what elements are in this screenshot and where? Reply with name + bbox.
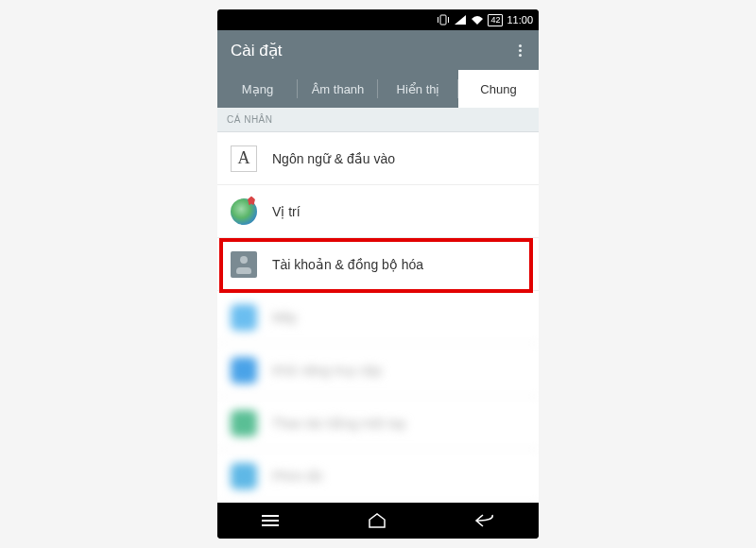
location-icon bbox=[231, 198, 257, 225]
battery-icon: 42 bbox=[488, 14, 503, 26]
row-label: Khả năng truy cập bbox=[272, 363, 382, 378]
tab-general[interactable]: Chung bbox=[458, 70, 539, 108]
row-label: Tài khoản & đồng bộ hóa bbox=[272, 257, 423, 272]
status-bar: 42 11:00 bbox=[217, 9, 539, 30]
row-location[interactable]: Vị trí bbox=[217, 185, 539, 238]
row-blurred: Khả năng truy cập bbox=[217, 344, 539, 397]
settings-list: A Ngôn ngữ & đầu vào Vị trí Tài khoản & … bbox=[217, 132, 539, 503]
overflow-menu-icon[interactable] bbox=[515, 41, 525, 60]
signal-icon bbox=[454, 14, 467, 26]
vibrate-icon bbox=[437, 14, 450, 26]
phone-frame: 42 11:00 Cài đặt Mạng Âm thanh Hiển thị … bbox=[217, 9, 539, 539]
row-blurred: Mây bbox=[217, 291, 539, 344]
row-language-input[interactable]: A Ngôn ngữ & đầu vào bbox=[217, 132, 539, 185]
clock: 11:00 bbox=[507, 14, 533, 26]
blurred-icon bbox=[231, 304, 257, 331]
tab-bar: Mạng Âm thanh Hiển thị Chung bbox=[217, 70, 539, 108]
wifi-icon bbox=[471, 14, 484, 26]
language-icon: A bbox=[231, 146, 257, 172]
app-title: Cài đặt bbox=[231, 41, 282, 60]
tab-network[interactable]: Mạng bbox=[217, 70, 298, 108]
blurred-icon bbox=[231, 463, 257, 489]
row-label: Vị trí bbox=[272, 204, 301, 219]
row-blurred: Phím tắt bbox=[217, 450, 539, 503]
battery-pct: 42 bbox=[490, 15, 500, 26]
tab-sound[interactable]: Âm thanh bbox=[298, 70, 378, 108]
android-nav-bar bbox=[217, 503, 539, 539]
nav-back-icon[interactable] bbox=[473, 513, 496, 528]
blurred-icon bbox=[231, 410, 257, 437]
row-label: Thao tác bằng một tay bbox=[272, 416, 406, 431]
row-label: Mây bbox=[272, 310, 297, 325]
row-label: Phím tắt bbox=[272, 469, 322, 484]
row-label: Ngôn ngữ & đầu vào bbox=[272, 151, 395, 166]
nav-home-icon[interactable] bbox=[367, 512, 387, 529]
app-bar: Cài đặt bbox=[217, 30, 539, 70]
row-accounts-sync[interactable]: Tài khoản & đồng bộ hóa bbox=[217, 238, 539, 291]
blurred-icon bbox=[231, 357, 257, 384]
accounts-icon bbox=[231, 251, 257, 278]
section-personal: CÁ NHÂN bbox=[217, 108, 539, 132]
svg-rect-0 bbox=[440, 15, 446, 25]
tab-display[interactable]: Hiển thị bbox=[378, 70, 458, 108]
nav-menu-icon[interactable] bbox=[260, 513, 281, 528]
row-blurred: Thao tác bằng một tay bbox=[217, 397, 539, 450]
